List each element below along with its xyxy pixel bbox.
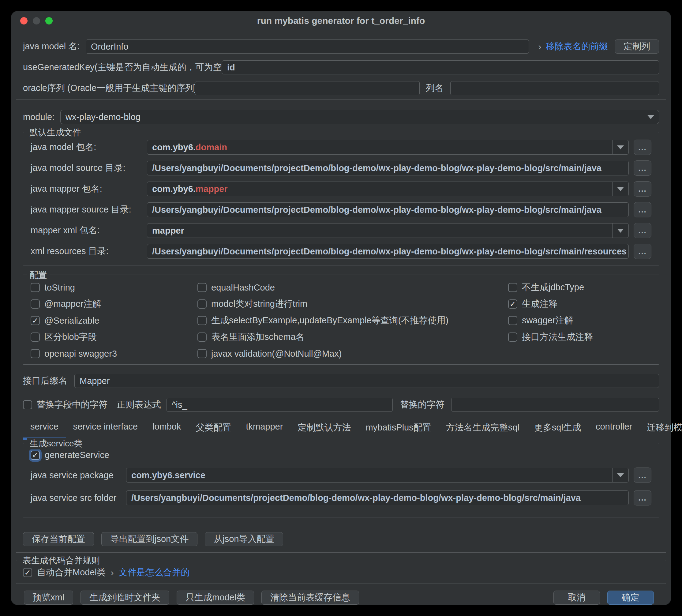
chevron-down-icon[interactable] [612, 140, 629, 154]
checkbox-schema-name[interactable]: 表名里面添加schema名 [198, 332, 508, 342]
use-generated-key-input[interactable]: id [222, 60, 659, 74]
browse-xml-resources-button[interactable]: ... [634, 244, 652, 259]
xml-resources-label: xml resources 目录: [30, 245, 147, 257]
checkbox-icon[interactable] [30, 333, 40, 342]
checkbox-javax-validation[interactable]: javax validation(@NotNull@Max) [198, 348, 508, 359]
checkbox-model-trim[interactable]: model类对string进行trim [198, 299, 508, 309]
import-config-button[interactable]: 从json导入配置 [205, 532, 283, 546]
java-model-package-combo[interactable]: com.yby6.domain [147, 140, 629, 155]
replacement-input[interactable] [451, 398, 659, 412]
checkbox-blob-fields[interactable]: 区分blob字段 [30, 332, 198, 342]
checkbox-no-jdbcType[interactable]: 不生成jdbcType [508, 282, 652, 293]
java-mapper-source-input[interactable]: /Users/yangbuyi/Documents/projectDemo/bl… [147, 202, 629, 217]
browse-java-service-package-button[interactable]: ... [634, 467, 652, 483]
checkbox-icon[interactable] [198, 316, 207, 325]
cancel-button[interactable]: 取消 [553, 591, 600, 605]
checkbox-generate-comments[interactable]: ✓生成注释 [508, 299, 652, 309]
checkbox-interface-comments[interactable]: 接口方法生成注释 [508, 332, 652, 342]
tab-migrate-template[interactable]: 迁移到模版生成 [639, 418, 682, 440]
package-prefix: com.yby6. [152, 142, 196, 153]
interface-suffix-input[interactable]: Mapper [74, 374, 659, 388]
checkbox-mapper-annotation[interactable]: @mapper注解 [30, 299, 198, 309]
tab-more-sql[interactable]: 更多sql生成 [527, 418, 588, 440]
chevron-down-icon[interactable] [612, 182, 629, 196]
chevron-right-icon: › [111, 568, 114, 577]
generate-service-checkbox[interactable]: ✓ [30, 451, 40, 460]
checkbox-icon[interactable] [508, 316, 517, 325]
generate-model-only-button[interactable]: 只生成model类 [177, 591, 254, 605]
browse-java-mapper-source-button[interactable]: ... [634, 202, 652, 218]
java-model-name-row: java model 名: OrderInfo › 移除表名的前缀 定制列 [23, 40, 659, 53]
tab-service-interface[interactable]: service interface [66, 418, 145, 440]
checkbox-equalHashCode[interactable]: equalHashCode [198, 282, 508, 293]
config-group: 配置 toString equalHashCode 不生成jdbcType @m… [23, 275, 659, 365]
checkbox-toString[interactable]: toString [30, 282, 198, 293]
generate-service-group-title: 生成service类 [27, 438, 85, 450]
column-name-input[interactable] [450, 81, 659, 95]
chevron-down-icon[interactable] [643, 115, 659, 119]
checkbox-icon[interactable] [198, 349, 207, 358]
minimize-window-button[interactable] [33, 17, 40, 24]
module-select[interactable]: wx-play-demo-blog [60, 110, 659, 124]
ok-button[interactable]: 确定 [607, 591, 654, 605]
java-mapper-package-combo[interactable]: com.yby6.mapper [147, 182, 629, 196]
merge-rules-group: 表生成代码合并规则 ✓ 自动合并Model类 › 文件是怎么合并的 [16, 560, 666, 584]
replace-chars-checkbox[interactable] [23, 400, 32, 409]
regex-input[interactable]: ^is_ [166, 398, 393, 412]
checkbox-checked-icon[interactable]: ✓ [30, 316, 40, 325]
tab-method-name-sql[interactable]: 方法名生成完整sql [439, 418, 527, 440]
checkbox-checked-icon[interactable]: ✓ [508, 299, 517, 309]
mapper-xml-package-combo[interactable]: mapper [147, 223, 629, 238]
checkbox-serializable[interactable]: ✓@Serializable [30, 315, 198, 326]
tab-lombok[interactable]: lombok [145, 418, 188, 440]
java-mapper-source-value: /Users/yangbuyi/Documents/projectDemo/bl… [152, 205, 601, 215]
save-config-button[interactable]: 保存当前配置 [23, 532, 94, 546]
java-service-package-combo[interactable]: com.yby6.service [126, 468, 629, 482]
chevron-down-icon[interactable] [612, 468, 629, 482]
checkbox-swagger-annotation[interactable]: swagger注解 [508, 315, 652, 326]
browse-mapper-xml-package-button[interactable]: ... [634, 223, 652, 238]
auto-merge-checkbox[interactable]: ✓ [23, 568, 32, 577]
generate-service-label: generateService [45, 450, 109, 460]
xml-resources-input[interactable]: /Users/yangbuyi/Documents/projectDemo/bl… [147, 244, 629, 259]
checkbox-icon[interactable] [508, 333, 517, 342]
tab-service[interactable]: service [23, 418, 66, 440]
checkbox-icon[interactable] [30, 349, 40, 358]
checkbox-icon[interactable] [30, 299, 40, 309]
tab-custom-default-methods[interactable]: 定制默认方法 [290, 418, 358, 440]
replacement-label: 替换的字符 [400, 398, 445, 411]
browse-java-model-source-button[interactable]: ... [634, 160, 652, 176]
browse-java-mapper-package-button[interactable]: ... [634, 181, 652, 197]
chevron-down-icon[interactable] [612, 224, 629, 237]
clear-table-cache-button[interactable]: 清除当前表缓存信息 [262, 591, 359, 605]
checkbox-icon[interactable] [198, 333, 207, 342]
generate-temp-folder-button[interactable]: 生成到临时文件夹 [81, 591, 169, 605]
oracle-sequence-label: oracle序列 (Oracle一般用于生成主键的序列) [23, 82, 195, 94]
footer-bar: 预览xml 生成到临时文件夹 只生成model类 清除当前表缓存信息 取消 确定 [16, 591, 666, 605]
remove-prefix-link[interactable]: 移除表名的前缀 [546, 40, 608, 53]
close-window-button[interactable] [20, 17, 27, 24]
tab-parent-class-config[interactable]: 父类配置 [188, 418, 239, 440]
tab-mybatisplus-config[interactable]: mybatisPlus配置 [358, 418, 438, 440]
java-model-name-input[interactable]: OrderInfo [86, 40, 529, 53]
customize-columns-button[interactable]: 定制列 [615, 40, 659, 53]
checkbox-icon[interactable] [198, 299, 207, 309]
dialog-window: run mybatis generator for t_order_info j… [11, 11, 671, 605]
oracle-sequence-input[interactable] [195, 81, 420, 95]
checkbox-selectByExample[interactable]: 生成selectByExample,updateByExample等查询(不推荐… [198, 315, 508, 326]
checkbox-openapi-swagger3[interactable]: openapi swagger3 [30, 348, 198, 359]
export-config-button[interactable]: 导出配置到json文件 [101, 532, 198, 546]
tab-controller[interactable]: controller [588, 418, 639, 440]
zoom-window-button[interactable] [45, 17, 53, 24]
java-service-src-input[interactable]: /Users/yangbuyi/Documents/projectDemo/bl… [126, 490, 629, 505]
tab-tkmapper[interactable]: tkmapper [239, 418, 291, 440]
browse-java-model-package-button[interactable]: ... [634, 140, 652, 155]
how-files-merged-link[interactable]: 文件是怎么合并的 [119, 566, 190, 579]
checkbox-icon[interactable] [30, 283, 40, 292]
checkbox-icon[interactable] [198, 283, 207, 292]
mapper-xml-package-value: mapper [152, 226, 184, 236]
preview-xml-button[interactable]: 预览xml [24, 591, 73, 605]
browse-java-service-src-button[interactable]: ... [634, 490, 652, 505]
java-model-source-input[interactable]: /Users/yangbuyi/Documents/projectDemo/bl… [147, 161, 629, 176]
checkbox-icon[interactable] [508, 283, 517, 292]
